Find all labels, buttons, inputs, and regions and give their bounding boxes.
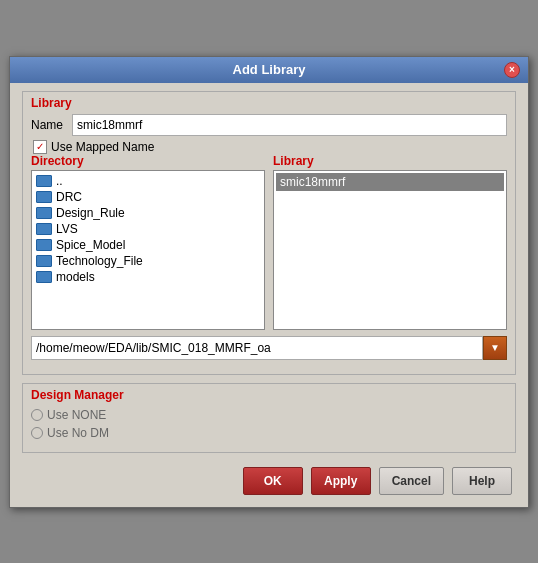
- use-mapped-checkbox[interactable]: ✓: [33, 140, 47, 154]
- path-row: ▼: [31, 336, 507, 360]
- radio-use-nodm[interactable]: [31, 427, 43, 439]
- radio-use-none[interactable]: [31, 409, 43, 421]
- list-item-name: ..: [56, 174, 63, 188]
- list-item-name: Technology_File: [56, 254, 143, 268]
- ok-button[interactable]: OK: [243, 467, 303, 495]
- title-bar: Add Library ×: [10, 57, 528, 83]
- list-item[interactable]: ..: [34, 173, 262, 189]
- panels-container: Directory .. DRC Design_Rule: [31, 154, 507, 330]
- radio-use-nodm-label: Use No DM: [47, 426, 109, 440]
- add-library-dialog: Add Library × Library Name ✓ Use Mapped …: [9, 56, 529, 508]
- close-button[interactable]: ×: [504, 62, 520, 78]
- library-list[interactable]: smic18mmrf: [273, 170, 507, 330]
- help-button[interactable]: Help: [452, 467, 512, 495]
- use-mapped-label: Use Mapped Name: [51, 140, 154, 154]
- directory-panel-label: Directory: [31, 154, 265, 168]
- button-row: OK Apply Cancel Help: [22, 461, 516, 499]
- folder-icon: [36, 271, 52, 283]
- folder-icon: [36, 239, 52, 251]
- directory-panel: Directory .. DRC Design_Rule: [31, 154, 265, 330]
- library-section-label: Library: [31, 96, 507, 110]
- radio-row-none: Use NONE: [31, 408, 507, 422]
- folder-icon: [36, 255, 52, 267]
- name-row: Name: [31, 114, 507, 136]
- design-manager-section: Design Manager Use NONE Use No DM: [22, 383, 516, 453]
- dialog-body: Library Name ✓ Use Mapped Name Directory: [10, 83, 528, 507]
- dialog-title: Add Library: [34, 62, 504, 77]
- folder-icon: [36, 207, 52, 219]
- path-input[interactable]: [31, 336, 483, 360]
- list-item[interactable]: models: [34, 269, 262, 285]
- list-item-name: Design_Rule: [56, 206, 125, 220]
- list-item[interactable]: DRC: [34, 189, 262, 205]
- name-input[interactable]: [72, 114, 507, 136]
- folder-icon: [36, 191, 52, 203]
- radio-row-nodm: Use No DM: [31, 426, 507, 440]
- list-item-name: models: [56, 270, 95, 284]
- list-item-name: LVS: [56, 222, 78, 236]
- folder-icon: [36, 223, 52, 235]
- path-dropdown-button[interactable]: ▼: [483, 336, 507, 360]
- list-item-name: Spice_Model: [56, 238, 125, 252]
- folder-icon: [36, 175, 52, 187]
- list-item[interactable]: LVS: [34, 221, 262, 237]
- library-panel: Library smic18mmrf: [273, 154, 507, 330]
- cancel-button[interactable]: Cancel: [379, 467, 444, 495]
- list-item[interactable]: Design_Rule: [34, 205, 262, 221]
- name-label: Name: [31, 118, 66, 132]
- list-item-name: DRC: [56, 190, 82, 204]
- list-item[interactable]: Technology_File: [34, 253, 262, 269]
- radio-use-none-label: Use NONE: [47, 408, 106, 422]
- list-item[interactable]: Spice_Model: [34, 237, 262, 253]
- library-selected-item[interactable]: smic18mmrf: [276, 173, 504, 191]
- apply-button[interactable]: Apply: [311, 467, 371, 495]
- library-panel-label: Library: [273, 154, 507, 168]
- directory-list[interactable]: .. DRC Design_Rule LVS: [31, 170, 265, 330]
- use-mapped-row: ✓ Use Mapped Name: [33, 140, 507, 154]
- design-manager-label: Design Manager: [31, 388, 507, 402]
- library-section: Library Name ✓ Use Mapped Name Directory: [22, 91, 516, 375]
